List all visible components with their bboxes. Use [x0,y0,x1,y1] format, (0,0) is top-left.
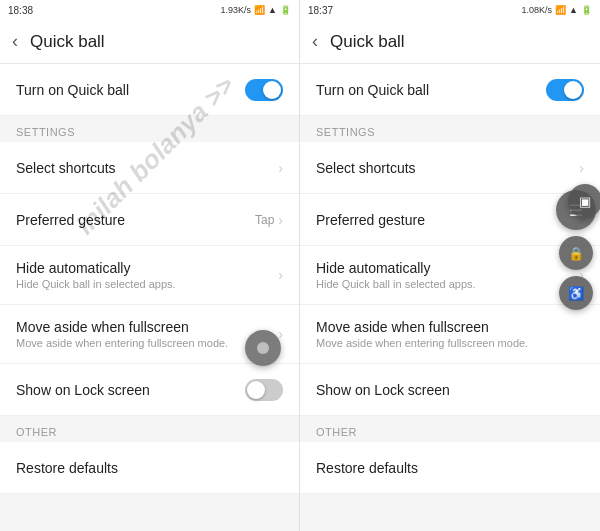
move-aside-row-right[interactable]: Move aside when fullscreen Move aside wh… [300,305,600,364]
section-other-right: OTHER [300,416,600,442]
content-right: Turn on Quick ball SETTINGS Select short… [300,64,600,531]
status-bar-right: 18:37 1.08K/s 📶 ▲ 🔋 [300,0,600,20]
right-panel: 18:37 1.08K/s 📶 ▲ 🔋 ‹ Quick ball Turn on… [300,0,600,531]
lock-screen-row-right: Show on Lock screen [300,364,600,416]
lock-icon-btn[interactable]: 🔒 [559,236,593,270]
move-aside-label-left: Move aside when fullscreen [16,319,228,335]
gesture-row-left[interactable]: Preferred gesture Tap › [0,194,299,246]
lock-screen-label-left: Show on Lock screen [16,382,150,398]
turn-on-toggle-left[interactable] [245,79,283,101]
speed-right: 1.08K/s [522,5,553,15]
shortcuts-chevron-left: › [278,160,283,176]
wifi-icon: 📶 [254,5,265,15]
lock-screen-toggle-left[interactable] [245,379,283,401]
hide-auto-label-left: Hide automatically [16,260,176,276]
section-settings-left: SETTINGS [0,116,299,142]
signal-icon-right: ▲ [569,5,578,15]
status-icons-left: 1.93K/s 📶 ▲ 🔋 [221,5,291,15]
back-button-left[interactable]: ‹ [12,31,18,52]
content-left: Turn on Quick ball SETTINGS Select short… [0,64,299,531]
toolbar-left: ‹ Quick ball [0,20,299,64]
turn-on-row-left: Turn on Quick ball [0,64,299,116]
toolbar-right: ‹ Quick ball [300,20,600,64]
quickball-dot-left [257,342,269,354]
hide-auto-row-left[interactable]: Hide automatically Hide Quick ball in se… [0,246,299,305]
screenshot-icon-btn[interactable]: ▣ [568,184,600,218]
restore-row-right[interactable]: Restore defaults [300,442,600,494]
move-aside-sub-right: Move aside when entering fullscreen mode… [316,337,528,349]
gesture-chevron-left: › [278,212,283,228]
wifi-icon-right: 📶 [555,5,566,15]
gesture-label-right: Preferred gesture [316,212,425,228]
left-panel: 18:38 1.93K/s 📶 ▲ 🔋 ‹ Quick ball Turn on… [0,0,300,531]
tap-row-left: Tap › [255,212,283,228]
section-settings-right: SETTINGS [300,116,600,142]
restore-row-left[interactable]: Restore defaults [0,442,299,494]
hide-auto-label-right: Hide automatically [316,260,476,276]
battery-icon-right: 🔋 [581,5,592,15]
move-aside-sub-left: Move aside when entering fullscreen mode… [16,337,228,349]
gesture-row-right[interactable]: Preferred gesture › [300,194,600,246]
toolbar-title-left: Quick ball [30,32,105,52]
speed-left: 1.93K/s [221,5,252,15]
turn-on-label-right: Turn on Quick ball [316,82,429,98]
hide-auto-text-right: Hide automatically Hide Quick ball in se… [316,260,476,290]
move-aside-text-left: Move aside when fullscreen Move aside wh… [16,319,228,349]
shortcuts-label-right: Select shortcuts [316,160,416,176]
hide-auto-text-left: Hide automatically Hide Quick ball in se… [16,260,176,290]
shortcuts-row-left[interactable]: Select shortcuts › [0,142,299,194]
turn-on-label-left: Turn on Quick ball [16,82,129,98]
lock-screen-row-left: Show on Lock screen [0,364,299,416]
hide-auto-row-right[interactable]: Hide automatically Hide Quick ball in se… [300,246,600,305]
icon-square[interactable]: ▣ [568,184,600,218]
shortcuts-chevron-right: › [579,160,584,176]
hide-auto-chevron-left: › [278,267,283,283]
status-bar-left: 18:38 1.93K/s 📶 ▲ 🔋 [0,0,299,20]
restore-label-right: Restore defaults [316,460,418,476]
accessibility-icon-btn[interactable]: ♿ [559,276,593,310]
battery-icon: 🔋 [280,5,291,15]
turn-on-toggle-right[interactable] [546,79,584,101]
turn-on-row-right: Turn on Quick ball [300,64,600,116]
tap-value-left: Tap [255,213,274,227]
signal-icon: ▲ [268,5,277,15]
status-icons-right: 1.08K/s 📶 ▲ 🔋 [522,5,592,15]
shortcuts-row-right[interactable]: Select shortcuts › [300,142,600,194]
time-right: 18:37 [308,5,333,16]
hide-auto-sub-left: Hide Quick ball in selected apps. [16,278,176,290]
lock-screen-label-right: Show on Lock screen [316,382,450,398]
shortcuts-label-left: Select shortcuts [16,160,116,176]
quickball-float-left[interactable] [245,330,281,366]
time-left: 18:38 [8,5,33,16]
toolbar-title-right: Quick ball [330,32,405,52]
move-aside-text-right: Move aside when fullscreen Move aside wh… [316,319,528,349]
move-aside-label-right: Move aside when fullscreen [316,319,528,335]
hide-auto-sub-right: Hide Quick ball in selected apps. [316,278,476,290]
expanded-quickball-icons: ▣ ☰ 🔒 ✕ ♿ ‹ [556,190,596,310]
back-button-right[interactable]: ‹ [312,31,318,52]
restore-label-left: Restore defaults [16,460,118,476]
section-other-left: OTHER [0,416,299,442]
gesture-label-left: Preferred gesture [16,212,125,228]
